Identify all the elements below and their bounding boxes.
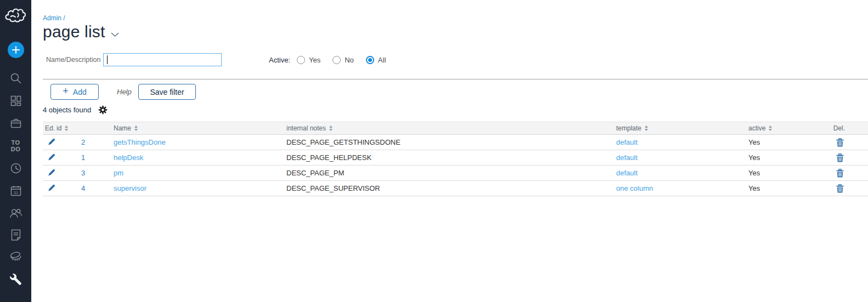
row-active: Yes (748, 153, 830, 162)
table-header-row: Ed. id Name internal notes template acti… (43, 122, 868, 135)
trash-icon (836, 169, 844, 178)
name-filter-label: Name/Description (46, 56, 100, 64)
table-row: 4 supervisor DESC_PAGE_SUPERVISOR one co… (43, 181, 868, 196)
pencil-icon (47, 184, 55, 192)
delete-button[interactable] (836, 169, 844, 178)
help-link[interactable]: Help (117, 88, 132, 96)
breadcrumb[interactable]: Admin / (43, 14, 65, 22)
row-notes: DESC_PAGE_HELPDESK (286, 153, 616, 162)
results-count: 4 objects found (43, 106, 91, 114)
table-row: 2 getsThingsDone DESC_PAGE_GETSTHINGSDON… (43, 135, 868, 150)
row-template-link[interactable]: one column (616, 184, 653, 192)
wrench-icon (9, 272, 23, 287)
row-notes: DESC_PAGE_PM (286, 169, 616, 177)
delete-button[interactable] (836, 138, 844, 147)
pencil-icon (47, 138, 55, 146)
toolbar: + Add Help Save filter (31, 84, 868, 100)
col-header-template-label: template (616, 124, 641, 132)
radio-dot (368, 58, 372, 62)
clock-icon (9, 162, 22, 175)
sort-icon (769, 126, 772, 131)
dashboard-icon (9, 94, 22, 107)
sidebar-item-notes[interactable] (0, 229, 31, 242)
active-option-no-label[interactable]: No (345, 56, 354, 64)
sidebar: TO DO 31 (0, 0, 31, 302)
sidebar-add-button[interactable] (0, 42, 31, 58)
sidebar-item-time[interactable] (0, 162, 31, 175)
trash-icon (836, 153, 844, 162)
row-notes: DESC_PAGE_SUPERVISOR (286, 184, 616, 192)
row-id-link[interactable]: 3 (81, 169, 85, 177)
row-id-link[interactable]: 1 (81, 153, 85, 162)
title-dropdown-chevron-icon[interactable] (111, 32, 119, 37)
text-caret (107, 55, 108, 64)
edit-button[interactable] (47, 153, 55, 161)
table-row: 3 pm DESC_PAGE_PM default Yes (43, 166, 868, 181)
col-header-name[interactable]: Name (114, 124, 286, 132)
row-template-link[interactable]: default (616, 153, 638, 162)
active-filter-label: Active: (269, 56, 290, 64)
logo-sketch-icon (3, 4, 29, 27)
table-row: 1 helpDesk DESC_PAGE_HELPDESK default Ye… (43, 150, 868, 166)
active-option-all-label[interactable]: All (378, 56, 386, 64)
sidebar-item-contacts[interactable] (0, 207, 31, 220)
calendar-day-label: 31 (13, 190, 18, 195)
pages-table: Ed. id Name internal notes template acti… (43, 122, 868, 196)
pencil-icon (47, 168, 55, 176)
plus-icon: + (63, 86, 69, 97)
gear-icon (98, 105, 108, 115)
calendar-icon: 31 (9, 184, 22, 197)
coins-icon (9, 250, 23, 263)
save-filter-button[interactable]: Save filter (138, 84, 196, 100)
trash-icon (836, 184, 844, 193)
sidebar-item-budget[interactable] (0, 250, 31, 263)
name-filter-input[interactable] (103, 53, 222, 66)
sort-icon (645, 126, 648, 131)
row-notes: DESC_PAGE_GETSTHINGSDONE (286, 138, 616, 146)
col-header-id[interactable]: id (57, 124, 114, 132)
col-header-active[interactable]: active (748, 124, 830, 132)
name-filter-input-wrap (103, 53, 222, 66)
sidebar-item-projects[interactable] (0, 117, 31, 130)
row-name-link[interactable]: pm (114, 169, 123, 177)
sort-icon (329, 126, 332, 131)
delete-button[interactable] (836, 184, 844, 193)
col-header-notes-label: internal notes (286, 124, 326, 132)
active-radio-all[interactable] (366, 56, 374, 64)
add-button[interactable]: + Add (50, 84, 99, 100)
sidebar-item-search[interactable] (0, 71, 31, 86)
edit-button[interactable] (47, 138, 55, 146)
sort-icon (65, 126, 68, 131)
row-id-link[interactable]: 4 (81, 184, 85, 192)
row-template-link[interactable]: default (616, 169, 638, 177)
active-radio-yes[interactable] (297, 56, 305, 64)
col-header-template[interactable]: template (616, 124, 748, 132)
row-name-link[interactable]: getsThingsDone (114, 138, 166, 146)
edit-button[interactable] (47, 168, 55, 176)
results-row: 4 objects found (43, 105, 108, 115)
row-template-link[interactable]: default (616, 138, 638, 146)
trash-icon (836, 138, 844, 147)
app-logo[interactable] (0, 4, 31, 27)
row-id-link[interactable]: 2 (81, 138, 85, 146)
sidebar-item-calendar[interactable]: 31 (0, 184, 31, 197)
active-radio-no[interactable] (332, 56, 341, 64)
row-active: Yes (748, 184, 830, 192)
col-header-ed: Ed. (43, 124, 57, 132)
sidebar-item-todo[interactable]: TO DO (0, 139, 31, 152)
users-icon (9, 207, 23, 220)
active-option-yes-label[interactable]: Yes (309, 56, 320, 64)
sidebar-item-admin[interactable] (0, 272, 31, 287)
column-settings-button[interactable] (98, 105, 108, 115)
page-title: page list (43, 22, 105, 41)
pencil-icon (47, 153, 55, 161)
row-name-link[interactable]: helpDesk (114, 153, 143, 162)
col-header-notes[interactable]: internal notes (286, 124, 616, 132)
edit-button[interactable] (47, 184, 55, 192)
delete-button[interactable] (836, 153, 844, 162)
active-filter-group: Active: Yes No All (269, 54, 398, 65)
sidebar-item-dashboard[interactable] (0, 94, 31, 107)
search-icon (9, 71, 23, 86)
row-name-link[interactable]: supervisor (114, 184, 146, 192)
add-button-label: Add (73, 88, 87, 96)
